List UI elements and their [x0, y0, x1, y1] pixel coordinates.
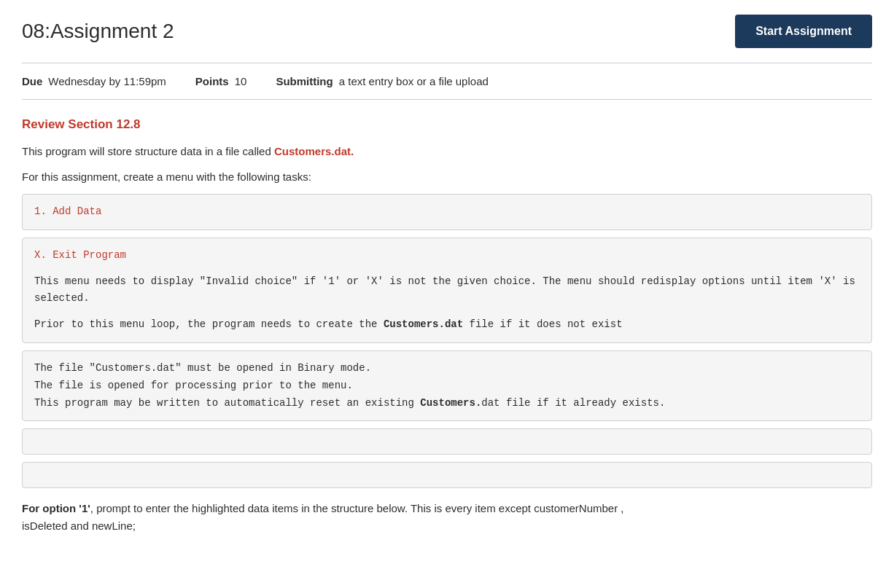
intro-line1-highlight: Customers.dat.	[274, 145, 354, 157]
bottom-text: For option '1', prompt to enter the high…	[22, 500, 872, 535]
points-item: Points 10	[195, 75, 247, 87]
bottom-text-highlight1: '1'	[79, 502, 90, 514]
code-block-2: X. Exit Program This menu needs to displ…	[22, 238, 872, 343]
review-heading: Review Section 12.8	[22, 117, 872, 132]
code-block-2-line1: X. Exit Program	[34, 249, 126, 261]
code-block-empty-2	[22, 462, 872, 488]
code-block-3-line3-before: This program may be written to automatic…	[34, 397, 420, 409]
header: 08:Assignment 2 Start Assignment	[0, 0, 894, 63]
code-block-2-inner: X. Exit Program This menu needs to displ…	[34, 247, 860, 334]
submitting-label: Submitting	[276, 75, 333, 87]
submitting-item: Submitting a text entry box or a file up…	[276, 75, 488, 87]
due-label: Due	[22, 75, 42, 87]
code-block-3-line3-after: dat file if it already exists.	[481, 397, 665, 409]
submitting-value: a text entry box or a file upload	[339, 75, 489, 87]
main-content: Review Section 12.8 This program will st…	[0, 100, 894, 552]
code-block-1: 1. Add Data	[22, 194, 872, 230]
bottom-text-line2: isDeleted and newLine;	[22, 520, 136, 532]
intro-line2: For this assignment, create a menu with …	[22, 169, 872, 186]
intro-line1: This program will store structure data i…	[22, 144, 872, 160]
points-value: 10	[235, 75, 247, 87]
code-block-3-line2: The file is opened for processing prior …	[34, 380, 353, 391]
due-item: Due Wednesday by 11:59pm	[22, 75, 166, 87]
points-label: Points	[195, 75, 229, 87]
code-block-2-line6-highlight: Customers.dat	[384, 318, 463, 330]
code-block-2-line3: This menu needs to display "Invalid choi…	[34, 275, 855, 287]
code-block-2-line4: selected.	[34, 292, 90, 304]
code-block-empty-1	[22, 428, 872, 455]
due-value: Wednesday by 11:59pm	[48, 75, 166, 87]
code-block-3-line1: The file "Customers.dat" must be opened …	[34, 362, 371, 374]
start-assignment-button[interactable]: Start Assignment	[735, 15, 872, 48]
code-block-1-line1: 1. Add Data	[34, 205, 101, 217]
bottom-text-for: For option	[22, 502, 79, 514]
code-block-3-inner: The file "Customers.dat" must be opened …	[34, 360, 860, 412]
code-block-1-inner: 1. Add Data	[34, 203, 860, 221]
code-block-3: The file "Customers.dat" must be opened …	[22, 350, 872, 421]
code-block-3-line3-highlight: Customers.	[420, 397, 481, 409]
page-title: 08:Assignment 2	[22, 20, 174, 43]
code-block-2-line6-before: Prior to this menu loop, the program nee…	[34, 318, 384, 330]
meta-section: Due Wednesday by 11:59pm Points 10 Submi…	[0, 63, 894, 99]
bottom-text-middle: , prompt to enter the highlighted data i…	[90, 502, 624, 514]
code-block-2-line6-after: file if it does not exist	[463, 318, 622, 330]
intro-line1-before: This program will store structure data i…	[22, 145, 274, 157]
